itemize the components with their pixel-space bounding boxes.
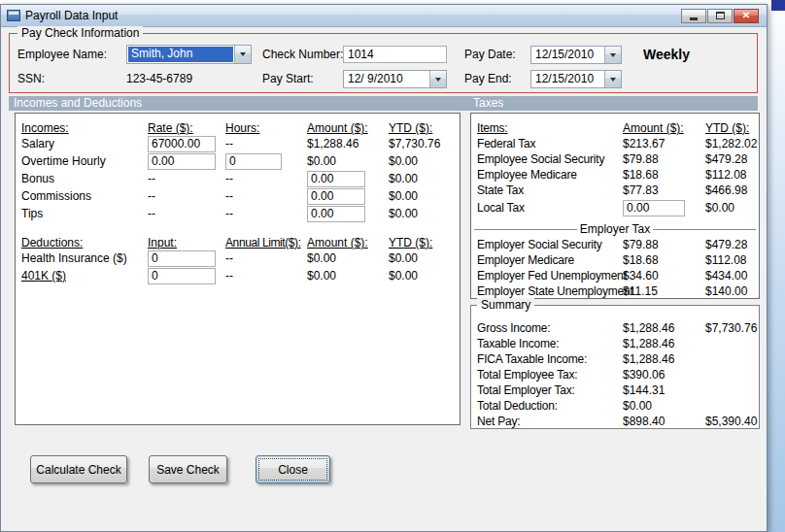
row-label: Employee Social Security	[471, 152, 623, 166]
salary-amount: $1,288.46	[307, 137, 389, 150]
save-check-button[interactable]: Save Check	[149, 455, 227, 483]
row-label: Tips	[16, 207, 148, 220]
gross-amount: $1,288.46	[623, 321, 705, 335]
salary-rate-input[interactable]	[148, 136, 216, 152]
row-label: Employer Fed Unemployment	[471, 269, 623, 283]
employee-name-value: Smith, John	[128, 47, 233, 62]
pay-end-picker[interactable]: 12/15/2010	[530, 70, 622, 88]
tax-row-local: Local Tax $0.00	[471, 199, 759, 216]
title-bar[interactable]: Payroll Data Input ✕	[1, 5, 767, 27]
calculate-check-button[interactable]: Calculate Check	[30, 455, 127, 483]
employee-name-select[interactable]: Smith, John	[126, 45, 252, 64]
income-row-commissions: Commissions -- -- $0.00	[16, 187, 460, 205]
row-label: Employer State Unemployment	[471, 284, 623, 298]
overtime-rate-input[interactable]	[148, 153, 216, 170]
state-ytd: $466.98	[705, 183, 759, 197]
taxes-panel: Items: Amount ($): YTD ($): Federal Tax …	[470, 113, 760, 299]
health-limit: --	[225, 251, 307, 265]
k401-amount: $0.00	[307, 269, 389, 283]
check-number-label: Check Number:	[262, 48, 343, 61]
row-label: Salary	[16, 137, 148, 150]
row-label: Employee Medicare	[471, 168, 623, 182]
employee-name-label: Employee Name:	[17, 48, 107, 61]
k401-link[interactable]: 401K ($)	[21, 269, 66, 283]
health-insurance-input[interactable]	[148, 250, 216, 267]
ssn-label: SSN:	[17, 72, 45, 85]
emp-ss-amount: $79.88	[623, 152, 705, 166]
bonus-hours: --	[225, 172, 307, 185]
maximize-button[interactable]	[707, 9, 733, 23]
er-fed-unemp-ytd: $434.00	[705, 269, 759, 283]
dropdown-arrow-button[interactable]	[234, 46, 251, 63]
pay-start-picker[interactable]: 12/ 9/2010	[343, 70, 447, 88]
tax-row-state: State Tax $77.83 $466.98	[471, 182, 759, 199]
pay-date-label: Pay Date:	[464, 48, 516, 61]
close-window-button[interactable]: ✕	[734, 9, 759, 23]
row-label: Commissions	[16, 189, 148, 203]
tips-rate: --	[148, 207, 225, 220]
er-fed-unemp-amount: $34.60	[623, 269, 705, 283]
commissions-ytd: $0.00	[389, 189, 460, 203]
er-medicare-ytd: $112.08	[705, 253, 759, 267]
bonus-amount-input[interactable]	[307, 171, 365, 187]
incomes-panel: Incomes: Rate ($): Hours: Amount ($): YT…	[15, 113, 461, 425]
dropdown-arrow-button[interactable]	[429, 71, 446, 87]
taxes-section-header: Taxes	[473, 96, 503, 111]
income-row-bonus: Bonus -- -- $0.00	[16, 170, 460, 187]
check-number-input[interactable]	[343, 46, 447, 63]
row-label: Employer Medicare	[471, 253, 623, 267]
row-label: Total Employee Tax:	[471, 368, 623, 382]
row-label: Bonus	[16, 172, 148, 185]
commissions-amount-input[interactable]	[307, 188, 365, 205]
dropdown-arrow-button[interactable]	[604, 71, 621, 87]
chevron-down-icon	[610, 53, 616, 57]
desktop-corner-window	[771, 0, 785, 11]
close-dialog-button[interactable]: Close	[256, 455, 330, 483]
row-label: Federal Tax	[471, 137, 623, 150]
tips-ytd: $0.00	[389, 207, 460, 220]
col-items: Items:	[471, 121, 623, 135]
row-label: Total Deduction:	[471, 399, 623, 413]
summary-title: Summary	[477, 298, 534, 312]
federal-amount: $213.67	[623, 137, 705, 150]
col-ytd: YTD ($):	[389, 236, 460, 249]
employer-tax-title: Employer Tax	[580, 222, 650, 236]
salary-hours: --	[225, 137, 307, 150]
local-tax-input[interactable]	[623, 200, 685, 216]
overtime-amount: $0.00	[307, 154, 389, 168]
net-pay-ytd: $5,390.40	[705, 415, 759, 428]
er-ss-amount: $79.88	[623, 238, 705, 251]
window-title: Payroll Data Input	[25, 9, 118, 22]
overtime-hours-input[interactable]	[225, 153, 282, 170]
minimize-icon	[690, 17, 698, 20]
fica-amount: $1,288.46	[623, 352, 705, 366]
total-employer-tax-amount: $144.31	[623, 383, 705, 397]
row-label: State Tax	[471, 183, 623, 197]
pay-end-label: Pay End:	[464, 72, 512, 85]
state-amount: $77.83	[623, 183, 705, 197]
col-annual-limit: Annual Limit($):	[225, 236, 307, 249]
commissions-rate: --	[148, 189, 225, 203]
pay-end-value: 12/15/2010	[531, 71, 604, 87]
col-input: Input:	[148, 236, 225, 249]
section-band: Incomes and Deductions Taxes	[9, 96, 758, 111]
col-ytd: YTD ($):	[705, 121, 759, 135]
paycheck-group-title: Pay Check Information	[17, 26, 143, 40]
payroll-window: Payroll Data Input ✕ Pay Check Informati…	[0, 4, 768, 532]
chevron-down-icon	[610, 78, 616, 82]
k401-ytd: $0.00	[389, 269, 460, 283]
k401-limit: --	[225, 269, 307, 283]
tips-amount-input[interactable]	[307, 206, 365, 222]
maximize-icon	[716, 12, 725, 19]
gross-ytd: $7,730.76	[705, 321, 759, 335]
minimize-button[interactable]	[681, 9, 706, 23]
col-deductions: Deductions:	[16, 236, 148, 249]
taxable-amount: $1,288.46	[623, 337, 705, 350]
pay-date-picker[interactable]: 12/15/2010	[530, 46, 622, 64]
dropdown-arrow-button[interactable]	[604, 47, 621, 63]
k401-input[interactable]	[148, 268, 216, 284]
app-icon	[7, 10, 20, 21]
pay-date-value: 12/15/2010	[531, 47, 604, 63]
er-state-unemp-amount: $11.15	[623, 284, 705, 298]
pay-start-label: Pay Start:	[262, 72, 314, 85]
